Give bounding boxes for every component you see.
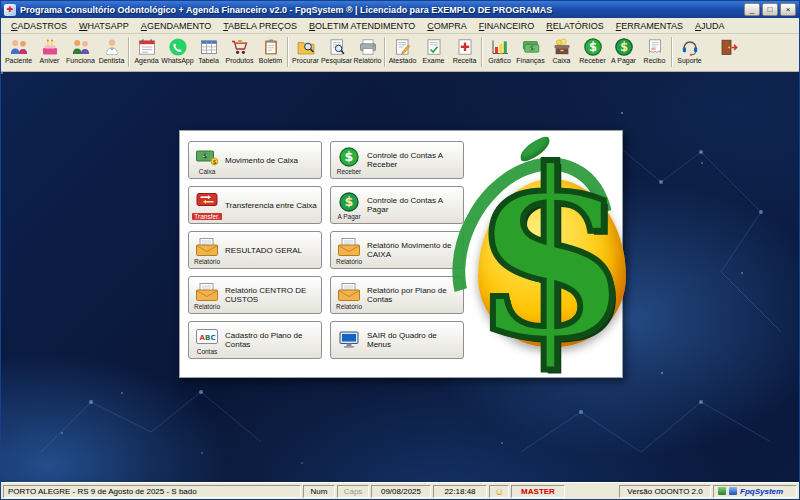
transfer-icon (194, 191, 220, 213)
toolbar-grafico[interactable]: Gráfico (484, 35, 515, 70)
dollar-symbol: $ (466, 135, 636, 373)
button-label: Controle do Contas A Receber (367, 151, 460, 169)
menu-column-left: $$ Caixa Movimento de Caixa Transfer. Tr… (188, 141, 322, 359)
status-time: 22:18:48 (433, 485, 487, 498)
button-contas-a-receber[interactable]: $ Receber Controle do Contas A Receber (330, 141, 464, 179)
menu-tabela-precos[interactable]: TABELA PREÇOS (217, 20, 303, 32)
money-icon: $ (520, 37, 542, 57)
svg-text:$: $ (345, 149, 354, 164)
toolbar-label: Paciente (5, 57, 32, 65)
toolbar-funciona[interactable]: Funciona (65, 35, 96, 70)
status-filler (567, 485, 617, 498)
toolbar-caixa[interactable]: Caixa (546, 35, 577, 70)
app-icon: ✚ (4, 4, 16, 16)
whatsapp-icon (167, 37, 189, 57)
menu-agendamento[interactable]: AGENDAMENTO (135, 20, 217, 32)
toolbar-label: Dentista (99, 57, 125, 65)
toolbar-separator (287, 37, 289, 67)
toolbar-label: A Pagar (611, 57, 636, 65)
calendar-icon (136, 37, 158, 57)
search-folder-icon (295, 37, 317, 57)
menu-financeiro[interactable]: FINANCEIRO (473, 20, 541, 32)
toolbar-tabela[interactable]: Tabela (193, 35, 224, 70)
button-movimento-de-caixa[interactable]: $$ Caixa Movimento de Caixa (188, 141, 322, 179)
button-relatorio-por-plano-de-contas[interactable]: Relatório Relatório por Plano de Contas (330, 276, 464, 314)
toolbar-atestado[interactable]: Atestado (387, 35, 418, 70)
toolbar-label: Atestado (389, 57, 417, 65)
close-button[interactable]: × (780, 3, 796, 16)
svg-text:$: $ (345, 194, 354, 209)
toolbar-label: Caixa (553, 57, 571, 65)
status-user: MASTER (511, 485, 565, 498)
toolbar-receber[interactable]: $ Receber (577, 35, 608, 70)
button-caption: A Pagar (337, 213, 360, 220)
dentist-icon (101, 37, 123, 57)
svg-text:$: $ (203, 152, 208, 160)
toolbar-label: Produtos (225, 57, 253, 65)
button-transferencia-entre-caixa[interactable]: Transfer. Transferencia entre Caixa (188, 186, 322, 224)
exam-icon (423, 37, 445, 57)
toolbar-separator (384, 37, 386, 67)
button-label: RESULTADO GERAL (225, 246, 318, 255)
toolbar-agenda[interactable]: Agenda (131, 35, 162, 70)
svg-text:$: $ (212, 157, 216, 164)
toolbar-label: Funciona (66, 57, 95, 65)
exit-door-icon (718, 37, 740, 57)
menu-compra[interactable]: COMPRA (421, 20, 473, 32)
menu-ajuda[interactable]: AJUDA (689, 20, 731, 32)
toolbar-financas[interactable]: $ Finanças (515, 35, 546, 70)
toolbar-receita[interactable]: Receita (449, 35, 480, 70)
staff-icon (70, 37, 92, 57)
menu-relatorios[interactable]: RELATÓRIOS (540, 20, 609, 32)
minimize-button[interactable]: _ (744, 3, 760, 16)
search-document-icon (326, 37, 348, 57)
toolbar-label: Procurar (292, 57, 319, 65)
toolbar-boletim[interactable]: Boletim (255, 35, 286, 70)
toolbar-produtos[interactable]: Produtos (224, 35, 255, 70)
menu-whatsapp[interactable]: WHATSAPP (73, 20, 135, 32)
button-label: SAIR do Quadro de Menus (367, 331, 460, 349)
button-cadastro-plano-de-contas[interactable]: ABC Contas Cadastro do Plano de Contas (188, 321, 322, 359)
button-caption: Relatório (336, 303, 362, 310)
button-sair-quadro-de-menus[interactable]: SAIR do Quadro de Menus (330, 321, 464, 359)
toolbar-dentista[interactable]: Dentista (96, 35, 127, 70)
prescription-icon (454, 37, 476, 57)
toolbar-label: Gráfico (488, 57, 511, 65)
button-label: Relatório CENTRO DE CUSTOS (225, 286, 318, 304)
toolbar: Paciente Aniver Funciona Dentista Agenda… (1, 34, 799, 72)
toolbar-whatsapp[interactable]: WhatsApp (162, 35, 193, 70)
menu-column-right: $ Receber Controle do Contas A Receber $… (330, 141, 464, 359)
exit-screen-icon (336, 329, 362, 351)
toolbar-relatorio[interactable]: Relatório (352, 35, 383, 70)
toolbar-procurar[interactable]: Procurar (290, 35, 321, 70)
toolbar-exame[interactable]: Exame (418, 35, 449, 70)
toolbar-label: Tabela (198, 57, 219, 65)
report-icon (194, 281, 220, 303)
toolbar-paciente[interactable]: Paciente (3, 35, 34, 70)
menu-cadastros[interactable]: CADASTROS (5, 20, 73, 32)
toolbar-aniver[interactable]: Aniver (34, 35, 65, 70)
menu-ferramentas[interactable]: FERRAMENTAS (610, 20, 689, 32)
button-relatorio-movimento-caixa[interactable]: Relatório Relatório Movimento de CAIXA (330, 231, 464, 269)
maximize-button[interactable]: □ (762, 3, 778, 16)
toolbar-sair[interactable] (713, 35, 744, 70)
button-caption: Transfer. (192, 213, 221, 220)
status-date: 09/08/2025 (371, 485, 431, 498)
printer-icon (357, 37, 379, 57)
button-resultado-geral[interactable]: Relatório RESULTADO GERAL (188, 231, 322, 269)
button-contas-a-pagar[interactable]: $ A Pagar Controle do Contas A Pagar (330, 186, 464, 224)
toolbar-recibo[interactable]: Recibo (639, 35, 670, 70)
patients-icon (8, 37, 30, 57)
menu-boletim-atendimento[interactable]: BOLETIM ATENDIMENTO (303, 20, 421, 32)
toolbar-label: WhatsApp (161, 57, 193, 65)
toolbar-a-pagar[interactable]: $ A Pagar (608, 35, 639, 70)
toolbar-pesquisar[interactable]: Pesquisar (321, 35, 352, 70)
toolbar-label: Agenda (134, 57, 158, 65)
status-caps-lock: Caps (337, 485, 369, 498)
toolbar-suporte[interactable]: Suporte (674, 35, 705, 70)
menubar: CADASTROS WHATSAPP AGENDAMENTO TABELA PR… (1, 18, 799, 34)
brand-name: FpqSystem (740, 487, 783, 496)
toolbar-separator (671, 37, 673, 67)
button-relatorio-centro-de-custos[interactable]: Relatório Relatório CENTRO DE CUSTOS (188, 276, 322, 314)
cashbox-icon (551, 37, 573, 57)
